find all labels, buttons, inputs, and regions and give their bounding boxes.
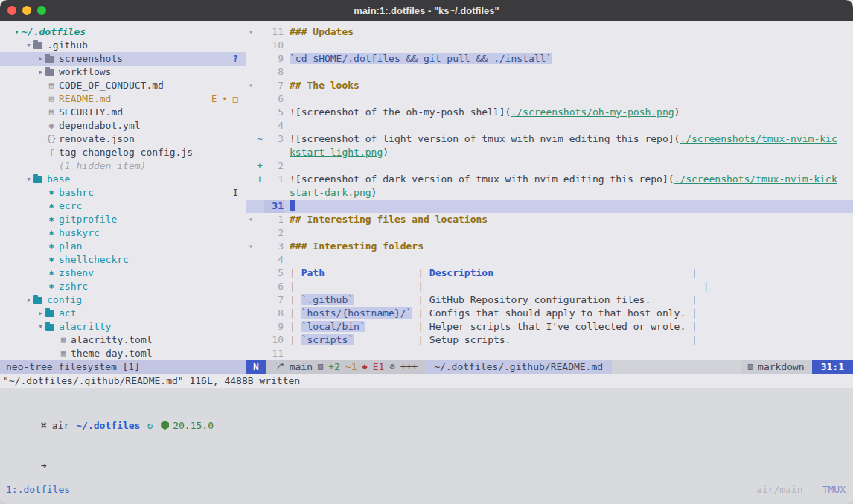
editor-line[interactable]: 4 (246, 119, 853, 133)
editor-panel[interactable]: ▾11### Updates109`cd $HOME/.dotfiles && … (246, 21, 853, 360)
line-text: | ------------------- | ----------------… (290, 280, 840, 293)
tree-item-label: CODE_OF_CONDUCT.md (59, 79, 164, 92)
tree-folder-screenshots[interactable]: ▸screenshots? (0, 52, 246, 66)
fold-open-icon[interactable]: ▾ (246, 213, 255, 226)
text-segment: Description (429, 267, 493, 278)
markdown-link[interactable]: ./screenshots/oh-my-posh.png (511, 106, 674, 118)
chevron-right-icon[interactable]: ▸ (36, 52, 45, 66)
folder-icon (45, 56, 54, 63)
editor-line[interactable]: 5| Path | Description | (246, 267, 853, 280)
chevron-right-icon[interactable]: ▸ (36, 307, 45, 320)
chevron-down-icon[interactable]: ▾ (12, 25, 22, 39)
fold-open-icon[interactable]: ▾ (246, 25, 255, 39)
tree-file-alacritty-toml[interactable]: ▦alacritty.toml (0, 334, 246, 347)
shell-file-icon: ✱ (45, 226, 57, 240)
text-segment: | (686, 307, 697, 319)
tmux-statusbar: 1:.dotfiles air/main TMUX (0, 480, 853, 504)
text-segment: ![screenshot of light version of tmux wi… (290, 133, 680, 144)
line-text: | `hosts/{hostname}/` | Configs that sho… (290, 307, 840, 320)
tree-folder-dotfiles[interactable]: ▾~/.dotfiles (0, 25, 246, 39)
shell-file-icon: ✱ (45, 200, 57, 213)
tree-item-label: act (59, 307, 76, 320)
fold-open-icon[interactable]: ▾ (246, 240, 255, 253)
tree-folder-github[interactable]: ▾.github (0, 39, 246, 52)
line-number: 2 (264, 159, 284, 173)
chevron-down-icon[interactable]: ▾ (24, 293, 33, 307)
tmux-window-name[interactable]: 1:.dotfiles (6, 483, 70, 497)
toml-file-icon: ▦ (57, 347, 69, 360)
editor-line[interactable]: ▾7## The looks (246, 79, 853, 92)
tree-file-zshrc[interactable]: ✱zshrc (0, 280, 246, 293)
editor-line[interactable]: 6 (246, 92, 853, 106)
tree-item-badge: ? (233, 52, 238, 66)
tree-file-shellcheckrc[interactable]: ✱shellcheckrc (0, 253, 246, 267)
editor-line[interactable]: 10 (246, 39, 853, 52)
chevron-down-icon[interactable]: ▾ (36, 320, 45, 334)
tree-folder-workflows[interactable]: ▸workflows (0, 66, 246, 79)
tree-file-tag-changelog-config-js[interactable]: ʃtag-changelog-config.js (0, 146, 246, 159)
line-text: ## The looks (290, 79, 840, 92)
editor-line[interactable]: 9`cd $HOME/.dotfiles && git pull && ./in… (246, 52, 853, 66)
tree-folder-base[interactable]: ▾base (0, 173, 246, 186)
window-title: main:1:.dotfiles - "ks~/.dotfiles" (0, 5, 853, 16)
editor-line[interactable]: 8 (246, 66, 853, 79)
editor-line[interactable]: 8| `hosts/{hostname}/` | Configs that sh… (246, 307, 853, 320)
tree-file-security-md[interactable]: ▤SECURITY.md (0, 106, 246, 119)
tree-file-zshenv[interactable]: ✱zshenv (0, 267, 246, 280)
text-segment: | (354, 334, 429, 345)
line-text: | `.github` | GitHub Repository configur… (290, 293, 840, 307)
editor-line[interactable]: ~3![screenshot of light version of tmux … (246, 133, 853, 159)
editor-line[interactable]: 9| `local/bin` | Helper scripts that I'v… (246, 320, 853, 334)
editor-line[interactable]: ▾3### Interesting folders (246, 240, 853, 253)
text-segment: | (354, 294, 429, 305)
tree-file-readme-md[interactable]: ▤README.mdE • □ (0, 92, 246, 106)
tree-file-1-hidden-item[interactable]: (1 hidden item) (0, 159, 246, 173)
line-text: ![screenshot of dark version of tmux wit… (290, 173, 840, 200)
editor-line[interactable]: 2 (246, 226, 853, 240)
tree-file-renovate-json[interactable]: {}renovate.json (0, 133, 246, 146)
editor-line[interactable]: 11 (246, 347, 853, 360)
editor-line[interactable]: 4 (246, 253, 853, 267)
line-number: 5 (264, 267, 284, 280)
tree-file-bashrc[interactable]: ✱bashrcI (0, 186, 246, 200)
line-number: 6 (264, 280, 284, 293)
line-text: ### Updates (290, 25, 840, 39)
tree-file-theme-day-toml[interactable]: ▦theme-day.toml (0, 347, 246, 360)
editor-line[interactable]: 10| `scripts` | Setup scripts. | (246, 334, 853, 347)
git-added-sign: + (255, 159, 264, 173)
tree-file-ecrc[interactable]: ✱ecrc (0, 200, 246, 213)
editor-line[interactable]: ▾1## Interesting files and locations (246, 213, 853, 226)
inline-code: `local/bin` (301, 321, 365, 332)
tree-folder-act[interactable]: ▸act (0, 307, 246, 320)
line-number: 9 (264, 320, 284, 334)
tree-item-label: zshrc (59, 280, 88, 293)
editor-line[interactable]: 7| `.github` | GitHub Repository configu… (246, 293, 853, 307)
apple-icon: ⌘ (41, 420, 47, 431)
tree-file-gitprofile[interactable]: ✱gitprofile (0, 213, 246, 226)
editor-line[interactable]: ▾11### Updates (246, 25, 853, 39)
markdown-icon: ▤ (748, 360, 753, 374)
tmux-pane-shell[interactable]: ⌘air~/.dotfiles↻20.15.0 ➜ (0, 388, 853, 480)
editor-line[interactable]: 31 (246, 200, 853, 213)
tree-file-dependabot-yml[interactable]: ◉dependabot.yml (0, 119, 246, 133)
editor-line[interactable]: +2 (246, 159, 853, 173)
chevron-down-icon[interactable]: ▾ (24, 39, 33, 52)
neotree-panel: ▾~/.dotfiles▾.github▸screenshots?▸workfl… (0, 21, 246, 360)
json-file-icon: {} (45, 133, 57, 146)
editor-line[interactable]: 6| ------------------- | ---------------… (246, 280, 853, 293)
tree-item-label: base (47, 173, 70, 186)
text-segment: | (365, 321, 429, 332)
text-segment: ### Interesting folders (290, 240, 424, 252)
chevron-right-icon[interactable]: ▸ (36, 66, 45, 79)
editor-line[interactable]: 5![screenshot of the oh-my-posh shell](.… (246, 106, 853, 119)
tree-file-code-of-conduct-md[interactable]: ▤CODE_OF_CONDUCT.md (0, 79, 246, 92)
tree-file-huskyrc[interactable]: ✱huskyrc (0, 226, 246, 240)
tree-folder-alacritty[interactable]: ▾alacritty (0, 320, 246, 334)
tree-folder-config[interactable]: ▾config (0, 293, 246, 307)
inline-code: `cd $HOME/.dotfiles && git pull && ./ins… (290, 53, 552, 64)
fold-open-icon[interactable]: ▾ (246, 79, 255, 92)
gear-icon: ⚙ (389, 360, 394, 374)
chevron-down-icon[interactable]: ▾ (24, 173, 33, 186)
editor-line[interactable]: +1![screenshot of dark version of tmux w… (246, 173, 853, 200)
tree-file-plan[interactable]: ✱plan (0, 240, 246, 253)
